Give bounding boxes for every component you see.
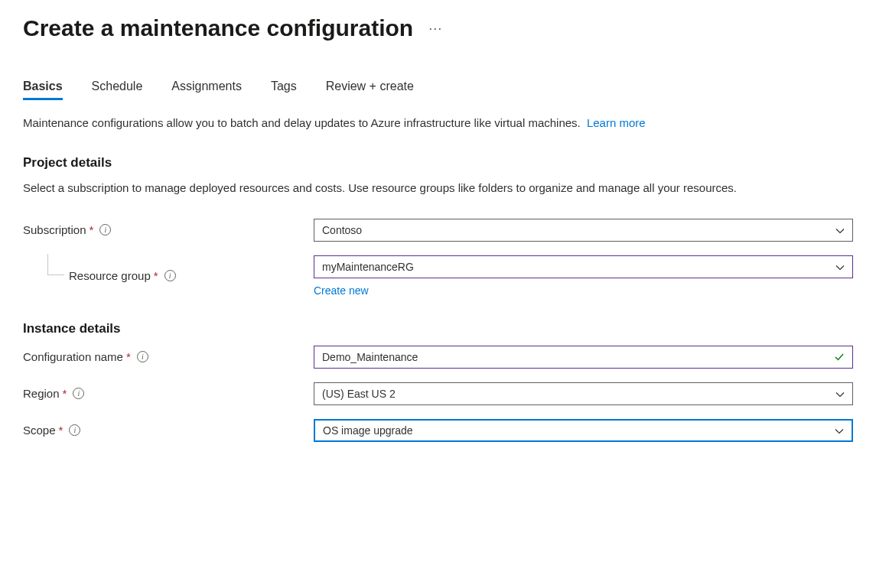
scope-dropdown[interactable]: OS image upgrade bbox=[314, 419, 853, 442]
configuration-name-value: Demo_Maintenance bbox=[322, 351, 418, 363]
configuration-name-label-text: Configuration name bbox=[23, 350, 123, 363]
info-icon[interactable]: i bbox=[99, 224, 111, 236]
tab-basics[interactable]: Basics bbox=[23, 80, 63, 99]
intro-description: Maintenance configurations allow you to … bbox=[23, 116, 581, 129]
region-value: (US) East US 2 bbox=[322, 388, 396, 400]
tab-assignments[interactable]: Assignments bbox=[171, 80, 242, 99]
tab-schedule[interactable]: Schedule bbox=[92, 80, 143, 99]
tab-tags[interactable]: Tags bbox=[271, 80, 297, 99]
instance-details-title: Instance details bbox=[23, 321, 853, 336]
scope-label-text: Scope bbox=[23, 424, 56, 437]
resource-group-label: Resource group * i bbox=[23, 269, 314, 282]
tree-connector-icon bbox=[47, 254, 64, 275]
region-label-text: Region bbox=[23, 387, 60, 400]
scope-value: OS image upgrade bbox=[323, 424, 413, 437]
subscription-value: Contoso bbox=[322, 224, 362, 236]
info-icon[interactable]: i bbox=[73, 388, 84, 399]
info-icon[interactable]: i bbox=[164, 270, 176, 281]
configuration-name-input[interactable]: Demo_Maintenance bbox=[314, 346, 853, 369]
chevron-down-icon bbox=[835, 226, 845, 235]
intro-text: Maintenance configurations allow you to … bbox=[23, 116, 853, 129]
resource-group-dropdown[interactable]: myMaintenanceRG bbox=[314, 255, 853, 278]
chevron-down-icon bbox=[835, 426, 844, 435]
configuration-name-label: Configuration name * i bbox=[23, 350, 314, 363]
create-new-link[interactable]: Create new bbox=[314, 284, 369, 297]
required-asterisk: * bbox=[90, 223, 94, 236]
more-menu-icon[interactable]: ··· bbox=[428, 21, 442, 37]
subscription-label: Subscription * i bbox=[23, 223, 314, 236]
required-asterisk: * bbox=[59, 424, 64, 437]
required-asterisk: * bbox=[63, 387, 67, 400]
region-dropdown[interactable]: (US) East US 2 bbox=[314, 382, 853, 405]
subscription-dropdown[interactable]: Contoso bbox=[314, 219, 853, 242]
scope-label: Scope * i bbox=[23, 424, 314, 437]
page-title: Create a maintenance configuration bbox=[23, 15, 413, 41]
info-icon[interactable]: i bbox=[69, 424, 80, 436]
learn-more-link[interactable]: Learn more bbox=[587, 116, 646, 129]
tab-review-create[interactable]: Review + create bbox=[326, 80, 414, 99]
required-asterisk: * bbox=[154, 269, 158, 282]
region-label: Region * i bbox=[23, 387, 314, 400]
subscription-label-text: Subscription bbox=[23, 223, 86, 236]
chevron-down-icon bbox=[835, 389, 845, 398]
project-details-section: Project details Select a subscription to… bbox=[23, 155, 853, 297]
check-icon bbox=[834, 352, 845, 362]
required-asterisk: * bbox=[126, 350, 131, 363]
resource-group-label-text: Resource group bbox=[69, 269, 151, 282]
project-details-title: Project details bbox=[23, 155, 853, 171]
resource-group-value: myMaintenanceRG bbox=[322, 261, 414, 273]
project-details-desc: Select a subscription to manage deployed… bbox=[23, 180, 849, 197]
tab-bar: Basics Schedule Assignments Tags Review … bbox=[23, 80, 853, 99]
chevron-down-icon bbox=[835, 262, 845, 271]
instance-details-section: Instance details Configuration name * i … bbox=[23, 321, 853, 442]
info-icon[interactable]: i bbox=[137, 351, 148, 362]
